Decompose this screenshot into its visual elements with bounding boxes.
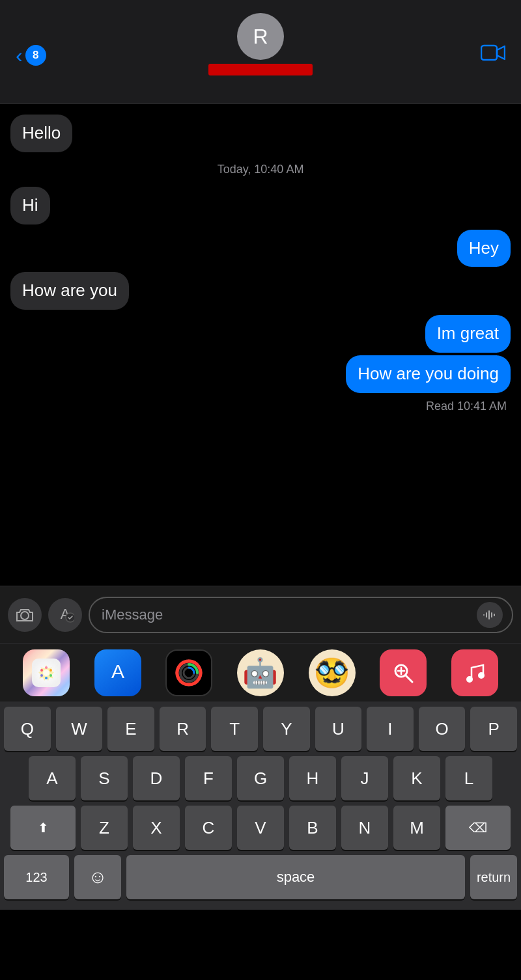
numbers-key[interactable]: 123 <box>4 855 69 899</box>
apps-button[interactable]: A <box>48 598 82 632</box>
svg-rect-6 <box>488 610 490 619</box>
key-y[interactable]: Y <box>263 707 310 751</box>
keyboard-row-1: Q W E R T Y U I O P <box>0 701 521 751</box>
read-receipt: Read 10:41 AM <box>10 400 511 413</box>
key-l[interactable]: L <box>445 756 492 800</box>
key-n[interactable]: N <box>341 806 388 850</box>
svg-point-16 <box>40 669 43 672</box>
back-badge-count: 8 <box>25 45 46 66</box>
audio-button[interactable] <box>477 602 503 628</box>
message-bubble-received: Hello <box>10 115 72 152</box>
key-x[interactable]: X <box>133 806 180 850</box>
header: ‹ 8 R <box>0 0 521 104</box>
svg-rect-7 <box>491 612 492 618</box>
music-app-icon[interactable] <box>451 649 498 696</box>
keyboard-row-3: ⬆ Z X C V B N M ⌫ <box>0 800 521 850</box>
svg-point-12 <box>49 669 52 672</box>
key-o[interactable]: O <box>419 707 466 751</box>
key-z[interactable]: Z <box>81 806 128 850</box>
shift-key[interactable]: ⬆ <box>10 806 76 850</box>
messages-area: Hello Today, 10:40 AM Hi Hey How are you… <box>0 104 521 586</box>
app-icons-row: A 🤖 🥸 <box>0 643 521 701</box>
memoji2-app-icon[interactable]: 🥸 <box>309 649 356 696</box>
emoji-key[interactable]: ☺ <box>74 855 121 899</box>
key-a[interactable]: A <box>29 756 76 800</box>
svg-point-26 <box>478 672 485 679</box>
key-s[interactable]: S <box>81 756 128 800</box>
svg-line-22 <box>406 675 412 682</box>
key-u[interactable]: U <box>315 707 362 751</box>
svg-point-25 <box>466 676 473 683</box>
websearch-app-icon[interactable] <box>380 649 427 696</box>
key-v[interactable]: V <box>237 806 284 850</box>
svg-point-3 <box>66 613 74 622</box>
svg-rect-0 <box>481 46 497 60</box>
key-b[interactable]: B <box>289 806 336 850</box>
message-bubble-sent: Im great <box>425 315 511 353</box>
keyboard-row-4: 123 ☺ space return <box>0 850 521 910</box>
keyboard-row-2: A S D F G H J K L <box>0 751 521 800</box>
svg-rect-4 <box>483 614 485 616</box>
key-g[interactable]: G <box>237 756 284 800</box>
key-p[interactable]: P <box>470 707 517 751</box>
key-q[interactable]: Q <box>4 707 51 751</box>
message-input-container[interactable]: iMessage <box>89 597 513 633</box>
key-f[interactable]: F <box>185 756 232 800</box>
key-e[interactable]: E <box>107 707 154 751</box>
key-m[interactable]: M <box>393 806 440 850</box>
back-button[interactable]: ‹ 8 <box>16 45 46 66</box>
svg-text:A: A <box>111 660 124 682</box>
message-bubble-received: Hi <box>10 187 50 225</box>
message-placeholder: iMessage <box>102 606 470 623</box>
memoji1-app-icon[interactable]: 🤖 <box>237 649 284 696</box>
key-i[interactable]: I <box>367 707 414 751</box>
svg-rect-5 <box>486 612 487 618</box>
contact-name-bar <box>208 64 313 75</box>
svg-point-1 <box>21 612 29 619</box>
key-h[interactable]: H <box>289 756 336 800</box>
video-call-button[interactable] <box>481 44 505 66</box>
svg-point-14 <box>45 677 48 679</box>
return-key[interactable]: return <box>470 855 517 899</box>
avatar: R <box>237 13 284 60</box>
space-key[interactable]: space <box>126 855 465 899</box>
camera-button[interactable] <box>8 598 42 632</box>
svg-point-11 <box>45 666 48 669</box>
key-d[interactable]: D <box>133 756 180 800</box>
photos-app-icon[interactable] <box>23 649 70 696</box>
message-bubble-received: How are you <box>10 272 129 310</box>
svg-point-15 <box>40 674 43 677</box>
sent-message-group: Im great How are you doing <box>10 315 511 393</box>
activity-app-icon[interactable] <box>165 649 212 696</box>
contact-info[interactable]: R <box>208 13 313 75</box>
key-j[interactable]: J <box>341 756 388 800</box>
svg-point-13 <box>49 674 52 677</box>
svg-rect-8 <box>494 614 495 616</box>
key-w[interactable]: W <box>56 707 103 751</box>
key-c[interactable]: C <box>185 806 232 850</box>
time-divider: Today, 10:40 AM <box>10 163 511 176</box>
input-area: A iMessage <box>0 586 521 643</box>
key-t[interactable]: T <box>211 707 258 751</box>
key-k[interactable]: K <box>393 756 440 800</box>
message-bubble-sent: Hey <box>457 230 511 267</box>
appstore-app-icon[interactable]: A <box>94 649 141 696</box>
svg-point-10 <box>43 670 49 676</box>
message-bubble-sent: How are you doing <box>346 355 511 393</box>
delete-key[interactable]: ⌫ <box>445 806 511 850</box>
key-r[interactable]: R <box>160 707 206 751</box>
keyboard: Q W E R T Y U I O P A S D F G H J K L ⬆ … <box>0 701 521 910</box>
back-chevron-icon: ‹ <box>16 45 23 66</box>
